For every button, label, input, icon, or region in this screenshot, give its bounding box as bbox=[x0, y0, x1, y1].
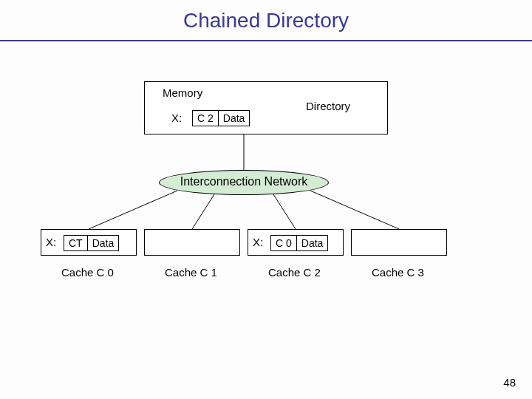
cache2-entry-cells: C 0Data bbox=[270, 235, 328, 251]
svg-line-4 bbox=[310, 191, 399, 229]
cache-label-3: Cache C 3 bbox=[372, 266, 424, 279]
cache2-entry-key: X: bbox=[253, 236, 263, 248]
cache-label-1: Cache C 1 bbox=[165, 266, 217, 279]
page-number: 48 bbox=[503, 376, 516, 389]
memory-entry-key: X: bbox=[171, 112, 182, 124]
memory-entry-data: Data bbox=[219, 110, 250, 126]
cache0-entry-cells: CTData bbox=[64, 235, 119, 251]
svg-line-1 bbox=[89, 191, 177, 229]
cache-box-1 bbox=[144, 229, 240, 256]
connector-lines bbox=[0, 0, 532, 399]
cache-label-2: Cache C 2 bbox=[268, 266, 321, 279]
cache-box-2: X: C 0Data bbox=[248, 229, 344, 256]
directory-label: Directory bbox=[306, 100, 350, 112]
memory-box: Memory Directory X: C 2Data bbox=[144, 81, 388, 134]
cache-label-0: Cache C 0 bbox=[61, 266, 114, 279]
cache0-entry-key: X: bbox=[46, 236, 56, 248]
cache2-entry-ptr: C 0 bbox=[270, 235, 297, 251]
cache-box-3 bbox=[351, 229, 447, 256]
cache0-entry-data: Data bbox=[88, 235, 120, 251]
interconnection-network-label: Interconnection Network bbox=[180, 171, 308, 188]
diagram-stage: Memory Directory X: C 2Data Interconnect… bbox=[0, 0, 532, 399]
memory-entry-ptr: C 2 bbox=[192, 110, 219, 126]
memory-entry-cells: C 2Data bbox=[192, 110, 250, 126]
memory-heading: Memory bbox=[163, 86, 202, 99]
cache-box-0: X: CTData bbox=[41, 229, 137, 256]
cache0-entry-ptr: CT bbox=[64, 235, 88, 251]
svg-line-2 bbox=[192, 194, 214, 229]
svg-line-3 bbox=[273, 194, 296, 229]
interconnection-network: Interconnection Network bbox=[159, 170, 329, 195]
cache2-entry-data: Data bbox=[297, 235, 329, 251]
